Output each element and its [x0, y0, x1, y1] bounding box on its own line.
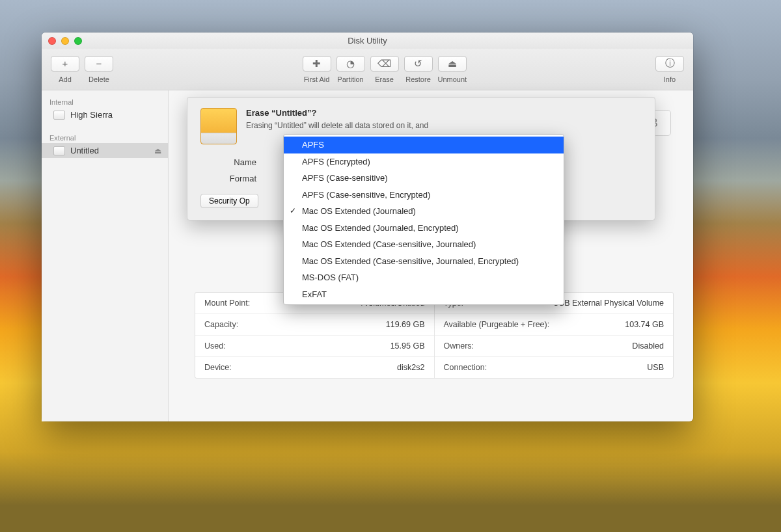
detail-row: Connection:USB [435, 357, 674, 378]
info-button[interactable]: ⓘ [655, 56, 684, 72]
detail-key: Device: [204, 363, 232, 372]
external-drive-icon [200, 108, 237, 144]
add-label: Add [51, 75, 79, 83]
detail-value: USB [647, 363, 664, 372]
first-aid-button[interactable]: ✚ [303, 56, 331, 72]
delete-button[interactable]: − [85, 56, 113, 72]
eject-icon: ⏏ [448, 58, 457, 70]
detail-value: USB External Physical Volume [553, 299, 664, 308]
detail-row: Owners:Disabled [435, 336, 674, 357]
toolbar-add-delete-group: + − Add Delete [51, 56, 113, 83]
format-label: Format [200, 174, 256, 183]
external-disk-icon [53, 146, 65, 155]
restore-icon: ↺ [414, 58, 422, 70]
delete-label: Delete [85, 75, 113, 83]
sidebar-external-header: External [42, 130, 168, 143]
format-dropdown[interactable]: APFSAPFS (Encrypted)APFS (Case-sensitive… [283, 134, 564, 305]
format-option[interactable]: MS-DOS (FAT) [284, 269, 564, 286]
detail-key: Owners: [444, 341, 474, 351]
format-option[interactable]: Mac OS Extended (Case-sensitive, Journal… [284, 236, 564, 253]
unmount-label: Unmount [438, 75, 467, 83]
minus-icon: − [96, 58, 102, 69]
detail-row: Capacity:119.69 GB [195, 314, 434, 336]
detail-row: Available (Purgeable + Free):103.74 GB [435, 314, 674, 336]
security-options-button[interactable]: Security Op [200, 194, 258, 208]
eject-icon[interactable]: ⏏ [154, 146, 161, 155]
stethoscope-icon: ✚ [312, 58, 321, 70]
partition-button[interactable]: ◔ [336, 56, 365, 72]
toolbar-info-group: ⓘ Info [655, 56, 684, 83]
name-label: Name [200, 157, 256, 167]
add-button[interactable]: + [51, 56, 79, 72]
disk-utility-window: Disk Utility + − Add Delete ✚ ◔ ⌫ [42, 33, 693, 421]
plus-icon: + [62, 58, 68, 69]
toolbar: + − Add Delete ✚ ◔ ⌫ ↺ ⏏ First Ai [42, 49, 693, 90]
format-option[interactable]: APFS (Case-sensitive) [284, 170, 564, 187]
format-option[interactable]: APFS (Encrypted) [284, 153, 564, 170]
detail-value: Disabled [632, 341, 664, 351]
titlebar[interactable]: Disk Utility [42, 33, 693, 49]
detail-row: Used:15.95 GB [195, 336, 434, 357]
sidebar-item-untitled[interactable]: Untitled ⏏ [42, 143, 168, 158]
sidebar-item-label: High Sierra [70, 110, 113, 120]
info-icon: ⓘ [665, 57, 675, 70]
format-option[interactable]: Mac OS Extended (Case-sensitive, Journal… [284, 253, 564, 270]
erase-sheet: Erase “Untitled”? Erasing “Untitled” wil… [187, 97, 655, 220]
detail-row: Device:disk2s2 [195, 357, 434, 378]
pie-icon: ◔ [346, 58, 355, 70]
restore-label: Restore [404, 75, 433, 83]
format-option[interactable]: ExFAT [284, 286, 564, 303]
detail-key: Used: [204, 341, 226, 351]
erase-icon: ⌫ [377, 58, 391, 70]
toolbar-main-group: ✚ ◔ ⌫ ↺ ⏏ First Aid Partition Erase Rest… [303, 56, 467, 83]
sidebar: Internal High Sierra External Untitled ⏏ [42, 90, 169, 421]
main-area: 119.69 GB Erase “Untitled”? Erasing “Unt… [169, 90, 693, 421]
format-option[interactable]: Mac OS Extended (Journaled, Encrypted) [284, 220, 564, 237]
erase-label: Erase [370, 75, 399, 83]
desktop-wallpaper: Disk Utility + − Add Delete ✚ ◔ ⌫ [0, 0, 781, 532]
sheet-title: Erase “Untitled”? [246, 108, 642, 118]
first-aid-label: First Aid [303, 75, 331, 83]
detail-key: Capacity: [204, 320, 238, 329]
detail-value: 103.74 GB [625, 320, 664, 329]
restore-button[interactable]: ↺ [404, 56, 433, 72]
detail-key: Available (Purgeable + Free): [444, 320, 550, 329]
format-option[interactable]: Mac OS Extended (Journaled) [284, 203, 564, 220]
window-title: Disk Utility [42, 36, 693, 46]
detail-value: disk2s2 [397, 363, 424, 372]
sidebar-item-high-sierra[interactable]: High Sierra [42, 107, 168, 122]
sidebar-internal-header: Internal [42, 94, 168, 107]
detail-key: Connection: [444, 363, 487, 372]
detail-key: Mount Point: [204, 299, 250, 308]
format-option[interactable]: APFS (Case-sensitive, Encrypted) [284, 187, 564, 204]
sheet-description: Erasing “Untitled” will delete all data … [246, 120, 642, 131]
sidebar-item-label: Untitled [70, 146, 99, 155]
unmount-button[interactable]: ⏏ [438, 56, 467, 72]
internal-disk-icon [53, 111, 65, 120]
erase-button[interactable]: ⌫ [370, 56, 399, 72]
detail-value: 119.69 GB [386, 320, 425, 329]
info-label: Info [655, 75, 684, 83]
partition-label: Partition [336, 75, 365, 83]
detail-value: 15.95 GB [390, 341, 425, 351]
format-option[interactable]: APFS [284, 137, 564, 153]
